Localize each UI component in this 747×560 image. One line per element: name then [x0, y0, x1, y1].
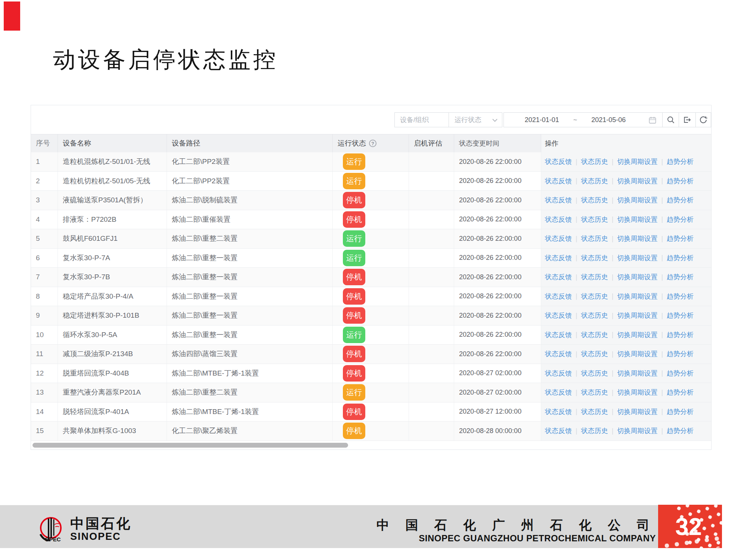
- trend-analysis-link[interactable]: 趋势分析: [667, 388, 694, 397]
- status-feedback-link[interactable]: 状态反馈: [545, 426, 572, 435]
- trend-analysis-link[interactable]: 趋势分析: [667, 369, 694, 378]
- status-history-link[interactable]: 状态历史: [581, 215, 608, 224]
- status-feedback-link[interactable]: 状态反馈: [545, 215, 572, 224]
- refresh-button[interactable]: [695, 112, 711, 127]
- trend-analysis-link[interactable]: 趋势分析: [667, 196, 694, 205]
- status-feedback-link[interactable]: 状态反馈: [545, 177, 572, 186]
- device-path-cell: 炼油二部\重整一装置: [167, 306, 333, 325]
- status-change-time-cell-text: 2020-08-27 02:00:00: [459, 369, 521, 377]
- device-name-cell: 鼓风机F601GFJ1: [58, 229, 167, 248]
- status-history-link[interactable]: 状态历史: [581, 253, 608, 262]
- trend-analysis-link[interactable]: 趋势分析: [667, 311, 694, 320]
- actions-cell: 状态反馈|状态历史|切换周期设置|趋势分析: [541, 172, 711, 191]
- device-org-input[interactable]: 设备/组织: [394, 112, 449, 127]
- col-header-device-path: 设备路径: [167, 134, 333, 152]
- status-feedback-link[interactable]: 状态反馈: [545, 292, 572, 301]
- status-history-link[interactable]: 状态历史: [581, 330, 608, 339]
- search-button[interactable]: [662, 112, 679, 127]
- trend-analysis-link[interactable]: 趋势分析: [667, 215, 694, 224]
- status-history-link[interactable]: 状态历史: [581, 273, 608, 281]
- status-feedback-link[interactable]: 状态反馈: [545, 369, 572, 378]
- status-feedback-link[interactable]: 状态反馈: [545, 330, 572, 339]
- startup-eval-cell: [409, 152, 454, 171]
- horizontal-scrollbar[interactable]: [31, 441, 711, 449]
- link-separator: |: [612, 369, 614, 377]
- switch-cycle-settings-link[interactable]: 切换周期设置: [617, 349, 657, 358]
- serial-cell-text: 12: [36, 369, 44, 377]
- status-history-link[interactable]: 状态历史: [581, 311, 608, 320]
- link-separator: |: [661, 312, 663, 320]
- actions-cell: 状态反馈|状态历史|切换周期设置|趋势分析: [541, 210, 711, 229]
- device-path-cell: 化工二部\聚乙烯装置: [167, 421, 333, 441]
- run-status-badge: 运行: [343, 153, 365, 170]
- date-end-value[interactable]: 2021-05-06: [591, 116, 626, 124]
- status-history-link[interactable]: 状态历史: [581, 426, 608, 435]
- status-feedback-link[interactable]: 状态反馈: [545, 311, 572, 320]
- trend-analysis-link[interactable]: 趋势分析: [667, 407, 694, 416]
- status-history-link[interactable]: 状态历史: [581, 196, 608, 205]
- trend-analysis-link[interactable]: 趋势分析: [667, 177, 694, 186]
- status-feedback-link[interactable]: 状态反馈: [545, 349, 572, 358]
- status-history-link[interactable]: 状态历史: [581, 369, 608, 378]
- status-feedback-link[interactable]: 状态反馈: [545, 253, 572, 262]
- switch-cycle-settings-link[interactable]: 切换周期设置: [617, 157, 657, 166]
- switch-cycle-settings-link[interactable]: 切换周期设置: [617, 369, 657, 378]
- switch-cycle-settings-link[interactable]: 切换周期设置: [617, 292, 657, 301]
- switch-cycle-settings-link[interactable]: 切换周期设置: [617, 215, 657, 224]
- status-history-link[interactable]: 状态历史: [581, 407, 608, 416]
- trend-analysis-link[interactable]: 趋势分析: [667, 349, 694, 358]
- table-row: 3液硫输送泵P3501A(暂拆）炼油二部\脱制硫装置停机2020-08-26 2…: [31, 191, 711, 210]
- switch-cycle-settings-link[interactable]: 切换周期设置: [617, 253, 657, 262]
- run-status-select[interactable]: 运行状态: [449, 112, 502, 127]
- trend-analysis-link[interactable]: 趋势分析: [667, 426, 694, 435]
- switch-cycle-settings-link[interactable]: 切换周期设置: [617, 426, 657, 435]
- startup-eval-cell: [409, 364, 454, 383]
- serial-cell: 9: [31, 306, 58, 325]
- status-feedback-link[interactable]: 状态反馈: [545, 273, 572, 281]
- status-feedback-link[interactable]: 状态反馈: [545, 407, 572, 416]
- status-change-time-cell: 2020-08-26 22:00:00: [454, 152, 541, 171]
- company-name-group: 中 国 石 化 广 州 石 化 公 司 SINOPEC GUANGZHOU PE…: [376, 518, 656, 544]
- switch-cycle-settings-link[interactable]: 切换周期设置: [617, 407, 657, 416]
- switch-cycle-settings-link[interactable]: 切换周期设置: [617, 311, 657, 320]
- switch-cycle-settings-link[interactable]: 切换周期设置: [617, 177, 657, 186]
- table-row: 9稳定塔进料泵30-P-101B炼油二部\重整一装置停机2020-08-26 2…: [31, 306, 711, 326]
- link-separator: |: [661, 408, 663, 416]
- status-history-link[interactable]: 状态历史: [581, 349, 608, 358]
- serial-cell-text: 14: [36, 408, 44, 416]
- run-status-badge: 停机: [343, 365, 365, 382]
- switch-cycle-settings-link[interactable]: 切换周期设置: [617, 196, 657, 205]
- switch-cycle-settings-link[interactable]: 切换周期设置: [617, 273, 657, 281]
- run-status-badge: 停机: [343, 269, 365, 285]
- date-range-picker[interactable]: 2021-01-01 ~ 2021-05-06: [503, 112, 663, 127]
- run-status-cell: 运行: [333, 172, 409, 191]
- serial-cell: 3: [31, 191, 58, 210]
- status-history-link[interactable]: 状态历史: [581, 388, 608, 397]
- help-icon[interactable]: ?: [369, 140, 376, 147]
- trend-analysis-link[interactable]: 趋势分析: [667, 157, 694, 166]
- status-feedback-link[interactable]: 状态反馈: [545, 157, 572, 166]
- trend-analysis-link[interactable]: 趋势分析: [667, 234, 694, 243]
- switch-cycle-settings-link[interactable]: 切换周期设置: [617, 234, 657, 243]
- export-button[interactable]: [679, 112, 696, 127]
- status-feedback-link[interactable]: 状态反馈: [545, 388, 572, 397]
- status-history-link[interactable]: 状态历史: [581, 157, 608, 166]
- serial-cell: 8: [31, 287, 58, 306]
- actions-cell: 状态反馈|状态历史|切换周期设置|趋势分析: [541, 421, 711, 441]
- date-start-value[interactable]: 2021-01-01: [525, 116, 559, 124]
- trend-analysis-link[interactable]: 趋势分析: [667, 330, 694, 339]
- scrollbar-thumb[interactable]: [32, 443, 348, 448]
- status-feedback-link[interactable]: 状态反馈: [545, 196, 572, 205]
- trend-analysis-link[interactable]: 趋势分析: [667, 292, 694, 301]
- trend-analysis-link[interactable]: 趋势分析: [667, 273, 694, 281]
- device-name-cell-text: 复水泵30-P-7A: [63, 253, 110, 263]
- switch-cycle-settings-link[interactable]: 切换周期设置: [617, 388, 657, 397]
- device-name-cell: 稳定塔进料泵30-P-101B: [58, 306, 167, 325]
- switch-cycle-settings-link[interactable]: 切换周期设置: [617, 330, 657, 339]
- status-history-link[interactable]: 状态历史: [581, 292, 608, 301]
- status-feedback-link[interactable]: 状态反馈: [545, 234, 572, 243]
- status-history-link[interactable]: 状态历史: [581, 234, 608, 243]
- status-history-link[interactable]: 状态历史: [581, 177, 608, 186]
- trend-analysis-link[interactable]: 趋势分析: [667, 253, 694, 262]
- device-path-cell-text: 炼油二部\重整一装置: [172, 292, 238, 301]
